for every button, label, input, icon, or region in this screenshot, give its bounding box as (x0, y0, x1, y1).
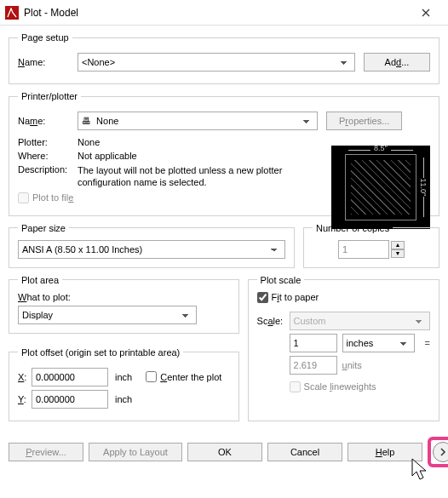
scale-combo: Custom (290, 312, 430, 330)
paper-size-combo[interactable]: ANSI A (8.50 x 11.00 Inches) (18, 240, 285, 259)
plotter-value: None (78, 137, 100, 147)
add-button[interactable]: Add... (364, 53, 430, 72)
paper-size-group: Paper size ANSI A (8.50 x 11.00 Inches) (9, 223, 295, 268)
plot-offset-group: Plot offset (origin set to printable are… (9, 347, 239, 421)
page-setup-name-combo[interactable]: <None> (78, 53, 355, 72)
fit-to-paper-checkbox[interactable]: Fit to paper (257, 292, 319, 303)
close-icon (422, 9, 430, 17)
paper-size-legend: Paper size (18, 223, 69, 233)
window-title: Plot - Model (24, 7, 409, 19)
printer-name-combo[interactable]: 🖶 None (78, 112, 318, 130)
where-value: Not applicable (78, 151, 137, 161)
paper-preview: 8.5'' 11.0'' (331, 146, 430, 229)
equals-icon: = (425, 338, 430, 348)
plot-area-legend: Plot area (18, 275, 62, 285)
description-label: Description: (18, 164, 78, 175)
scale-lineweights-checkbox: Scale lineweights (290, 381, 376, 392)
copies-input: 1 (338, 240, 389, 259)
plot-to-file-checkbox[interactable]: Plot to file (18, 192, 73, 203)
page-setup-group: Page setup Name: <None> Add... (9, 32, 439, 84)
plotter-label: Plotter: (18, 137, 78, 147)
properties-button: Properties... (326, 112, 402, 130)
what-to-plot-combo[interactable]: Display (18, 306, 197, 324)
scale-unit-combo[interactable]: inches (342, 334, 415, 352)
printer-group: Printer/plotter Name: 🖶 None Properties.… (9, 91, 439, 216)
spin-up-icon: ▲ (391, 241, 405, 249)
scale-label: Scale: (257, 316, 290, 326)
plot-offset-legend: Plot offset (origin set to printable are… (18, 347, 183, 358)
scale-numerator[interactable]: 1 (290, 334, 337, 352)
copies-group: Number of copies 1 ▲ ▼ (303, 223, 439, 268)
copies-legend: Number of copies (313, 223, 393, 233)
cancel-button[interactable]: Cancel (267, 443, 342, 461)
expand-button[interactable] (433, 442, 448, 462)
close-button[interactable] (409, 0, 443, 26)
scale-denominator: 2.619 (290, 356, 337, 375)
app-icon (5, 6, 19, 20)
page-setup-name-label: Name: (18, 57, 78, 67)
y-unit: inch (115, 394, 132, 404)
page-setup-legend: Page setup (18, 32, 72, 43)
plot-scale-legend: Plot scale (257, 275, 305, 285)
copies-spinner: ▲ ▼ (391, 241, 405, 258)
preview-width: 8.5'' (348, 144, 413, 152)
where-label: Where: (18, 151, 78, 161)
center-plot-checkbox[interactable]: Center the plot (146, 371, 221, 382)
printer-name-label: Name: (18, 116, 78, 126)
description-value: The layout will not be plotted unless a … (78, 164, 307, 189)
x-unit: inch (115, 372, 132, 382)
spin-down-icon: ▼ (391, 249, 405, 258)
y-input[interactable] (32, 390, 108, 409)
printer-legend: Printer/plotter (18, 91, 81, 101)
preview-height: 11.0'' (419, 179, 428, 197)
cursor-pointer-icon (409, 457, 434, 483)
x-input[interactable] (32, 368, 108, 386)
scale-denom-unit: units (342, 360, 362, 370)
chevron-right-icon (439, 448, 447, 456)
what-to-plot-label: What to plot: (18, 292, 230, 302)
ok-button[interactable]: OK (187, 443, 262, 461)
apply-to-layout-button: Apply to Layout (89, 443, 182, 461)
plot-area-group: Plot area What to plot: Display (9, 275, 239, 334)
x-label: X: (18, 372, 32, 382)
title-bar: Plot - Model (0, 0, 448, 26)
preview-button[interactable]: Preview... (9, 443, 83, 461)
y-label: Y: (18, 394, 32, 404)
plot-scale-group: Plot scale Fit to paper Scale: Custom 1 … (248, 275, 439, 421)
